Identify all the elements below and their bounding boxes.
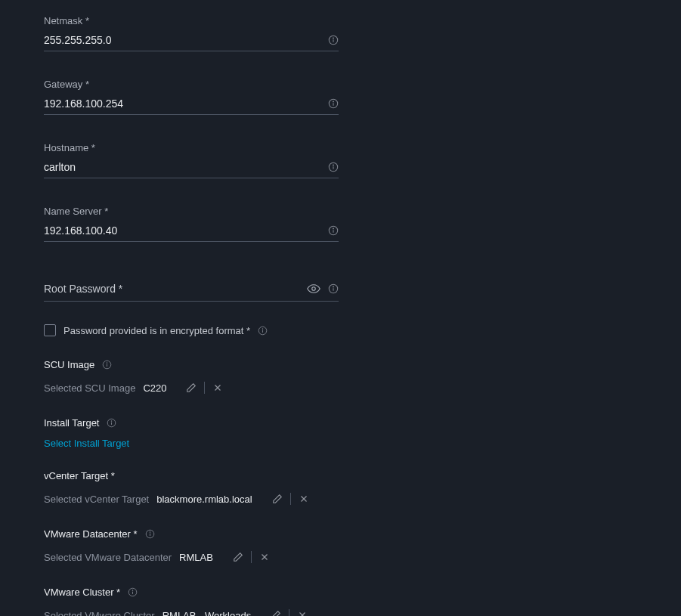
- scu-actions: [178, 379, 231, 396]
- datacenter-selected-row: Selected VMware Datacenter RMLAB: [44, 549, 637, 565]
- gateway-input-wrapper: [44, 96, 339, 115]
- cluster-actions: [263, 607, 315, 616]
- pencil-icon: [186, 382, 197, 393]
- svg-point-18: [262, 328, 263, 329]
- info-icon[interactable]: [328, 98, 339, 109]
- cluster-selected-label: Selected VMware Cluster: [44, 610, 155, 617]
- svg-point-8: [333, 165, 334, 166]
- info-icon[interactable]: [328, 35, 339, 45]
- clear-button[interactable]: [291, 491, 317, 507]
- nameserver-input[interactable]: [44, 223, 328, 238]
- netmask-label: Netmask *: [44, 15, 339, 26]
- netmask-field: Netmask *: [44, 15, 339, 51]
- edit-button[interactable]: [225, 549, 251, 565]
- svg-point-12: [312, 287, 316, 291]
- pencil-icon: [272, 494, 283, 504]
- netmask-input-wrapper: [44, 33, 339, 51]
- gateway-input[interactable]: [44, 96, 328, 111]
- select-install-target-link[interactable]: Select Install Target: [44, 438, 129, 449]
- nameserver-field: Name Server *: [44, 206, 339, 242]
- nameserver-input-wrapper: [44, 223, 339, 242]
- svg-point-31: [150, 532, 150, 533]
- netmask-icons: [328, 35, 339, 45]
- install-target-title: Install Target: [44, 417, 99, 429]
- vcenter-title: vCenter Target *: [44, 470, 115, 481]
- pencil-icon: [233, 552, 243, 562]
- datacenter-actions: [225, 549, 277, 565]
- info-icon[interactable]: [107, 418, 116, 428]
- vcenter-selected-row: Selected vCenter Target blackmore.rmlab.…: [44, 491, 637, 507]
- gateway-icons: [328, 98, 339, 109]
- rootpassword-input-wrapper: Root Password *: [44, 281, 339, 302]
- datacenter-title: VMware Datacenter *: [44, 528, 138, 540]
- gateway-label: Gateway *: [44, 79, 339, 90]
- cluster-selected-row: Selected VMware Cluster RMLAB - Workload…: [44, 607, 637, 616]
- info-icon[interactable]: [328, 283, 339, 294]
- vcenter-actions: [265, 491, 317, 507]
- encrypted-checkbox-row: Password provided is in encrypted format…: [44, 324, 637, 336]
- info-icon[interactable]: [102, 360, 112, 370]
- vcenter-selected-value: blackmore.rmlab.local: [156, 494, 252, 505]
- svg-point-15: [333, 286, 334, 287]
- scu-selected-row: Selected SCU Image C220: [44, 379, 637, 396]
- rootpassword-field: Root Password *: [44, 281, 339, 302]
- scu-image-header: SCU Image: [44, 359, 637, 370]
- encrypted-checkbox-label: Password provided is in encrypted format…: [63, 325, 250, 336]
- vcenter-selected-label: Selected vCenter Target: [44, 494, 149, 505]
- info-icon[interactable]: [328, 225, 339, 236]
- svg-point-2: [333, 38, 334, 39]
- hostname-label: Hostname *: [44, 142, 339, 153]
- datacenter-selected-label: Selected VMware Datacenter: [44, 552, 172, 563]
- install-target-header: Install Target: [44, 417, 637, 429]
- rootpassword-icons: [307, 282, 339, 296]
- datacenter-header: VMware Datacenter *: [44, 528, 637, 540]
- netmask-input[interactable]: [44, 33, 328, 48]
- hostname-input[interactable]: [44, 159, 328, 175]
- info-icon[interactable]: [145, 529, 155, 539]
- edit-button[interactable]: [263, 607, 289, 616]
- scu-image-title: SCU Image: [44, 359, 94, 370]
- hostname-field: Hostname *: [44, 142, 339, 178]
- pencil-icon: [271, 610, 281, 616]
- nameserver-label: Name Server *: [44, 206, 339, 217]
- svg-point-36: [132, 590, 133, 591]
- encrypted-checkbox[interactable]: [44, 324, 56, 336]
- cluster-header: VMware Cluster *: [44, 587, 637, 598]
- info-icon[interactable]: [258, 326, 268, 336]
- cluster-selected-value: RMLAB - Workloads: [163, 610, 252, 617]
- nameserver-icons: [328, 225, 339, 236]
- hostname-input-wrapper: [44, 159, 339, 178]
- gateway-field: Gateway *: [44, 79, 339, 115]
- svg-point-21: [107, 363, 107, 364]
- eye-icon[interactable]: [307, 282, 320, 296]
- info-icon[interactable]: [128, 587, 138, 597]
- scu-selected-label: Selected SCU Image: [44, 382, 135, 394]
- clear-button[interactable]: [252, 549, 277, 565]
- rootpassword-label: Root Password *: [44, 283, 122, 295]
- info-icon[interactable]: [328, 162, 339, 172]
- datacenter-selected-value: RMLAB: [179, 552, 213, 563]
- close-icon: [212, 382, 223, 393]
- edit-button[interactable]: [265, 491, 290, 507]
- vcenter-header: vCenter Target *: [44, 470, 637, 481]
- svg-point-5: [333, 101, 334, 102]
- close-icon: [299, 494, 309, 504]
- close-icon: [259, 552, 270, 562]
- close-icon: [297, 610, 308, 616]
- hostname-icons: [328, 162, 339, 172]
- cluster-title: VMware Cluster *: [44, 587, 120, 598]
- svg-point-11: [333, 228, 334, 229]
- edit-button[interactable]: [178, 379, 204, 396]
- clear-button[interactable]: [289, 607, 315, 616]
- rootpassword-input[interactable]: [122, 281, 307, 296]
- clear-button[interactable]: [205, 379, 231, 396]
- svg-point-26: [112, 421, 113, 422]
- scu-selected-value: C220: [143, 382, 166, 394]
